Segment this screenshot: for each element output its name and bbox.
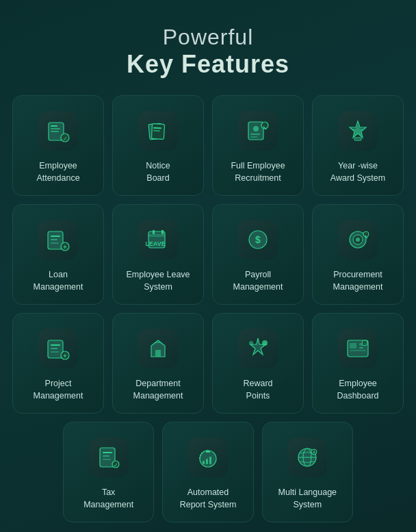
svg-point-46 <box>249 341 253 345</box>
report-icon <box>188 438 228 477</box>
header: Powerful Key Features <box>0 0 416 95</box>
payroll-icon: $ <box>238 220 278 259</box>
svg-point-45 <box>262 340 268 346</box>
feature-card-label-full-employee-recruitment: Full Employee Recruitment <box>231 160 285 184</box>
project-icon: + <box>38 329 78 368</box>
features-grid: ✓ Employee Attendance Notice Board Full … <box>0 95 416 532</box>
svg-rect-48 <box>350 343 356 349</box>
feature-card-label-project-management: Project Management <box>34 378 83 402</box>
svg-rect-63 <box>206 459 208 464</box>
feature-card-label-employee-leave-system: Employee Leave System <box>126 269 190 293</box>
svg-rect-15 <box>250 136 257 138</box>
feature-card-label-employee-attendance: Employee Attendance <box>36 160 79 184</box>
feature-card-full-employee-recruitment[interactable]: Full Employee Recruitment <box>212 95 304 196</box>
svg-point-35 <box>363 231 369 237</box>
attendance-icon: ✓ <box>38 111 78 151</box>
feature-card-multi-language-system[interactable]: A Multi Language System <box>262 422 353 522</box>
svg-rect-2 <box>51 128 60 129</box>
header-line1: Powerful <box>14 25 402 50</box>
svg-text:$: $ <box>255 234 261 245</box>
svg-rect-3 <box>51 131 59 132</box>
leave-icon: LEAVE <box>138 220 178 259</box>
feature-card-label-multi-language-system: Multi Language System <box>278 487 337 511</box>
procurement-icon <box>338 220 378 259</box>
feature-card-department-management[interactable]: Department Management <box>112 313 204 414</box>
svg-rect-1 <box>51 125 57 127</box>
feature-card-label-notice-board: Notice Board <box>146 160 170 184</box>
svg-point-11 <box>253 126 259 131</box>
svg-text:A: A <box>313 450 316 455</box>
svg-rect-39 <box>51 348 57 349</box>
svg-rect-22 <box>51 236 60 237</box>
svg-rect-55 <box>103 452 112 453</box>
feature-card-tax-management[interactable]: ✓ Tax Management <box>63 422 154 522</box>
svg-text:☆: ☆ <box>363 342 367 346</box>
svg-point-34 <box>356 238 360 242</box>
svg-rect-56 <box>103 455 109 457</box>
svg-rect-23 <box>51 239 57 240</box>
feature-card-label-loan-management: Loan Management <box>34 269 83 293</box>
feature-card-year-wise-award-system[interactable]: Year -wise Award System <box>312 95 404 196</box>
header-line2: Key Features <box>14 50 402 79</box>
recruitment-icon <box>238 111 278 151</box>
svg-rect-14 <box>250 134 260 135</box>
svg-rect-57 <box>103 459 111 460</box>
svg-rect-62 <box>203 461 205 464</box>
svg-text:+: + <box>63 244 66 251</box>
row-3: + Project Management Department Manageme… <box>12 313 404 414</box>
feature-card-label-tax-management: Tax Management <box>83 487 133 511</box>
svg-rect-51 <box>350 350 366 351</box>
language-icon: A <box>287 438 327 477</box>
feature-card-reward-points[interactable]: Reward Points <box>212 313 304 414</box>
svg-rect-43 <box>155 350 161 357</box>
notice-icon <box>138 111 178 151</box>
feature-card-notice-board[interactable]: Notice Board <box>112 95 204 196</box>
department-icon <box>138 329 178 368</box>
row-2: + Loan Management LEAVE Employee Leave S… <box>12 204 404 305</box>
svg-text:+: + <box>63 353 66 359</box>
svg-rect-64 <box>209 457 211 464</box>
svg-rect-26 <box>148 234 165 237</box>
svg-rect-38 <box>51 344 60 346</box>
svg-rect-29 <box>161 230 164 234</box>
feature-card-automated-report-system[interactable]: Automated Report System <box>162 422 253 522</box>
reward-icon <box>238 329 278 368</box>
svg-rect-40 <box>51 351 59 353</box>
feature-card-loan-management[interactable]: + Loan Management <box>12 204 104 305</box>
dashboard-icon: ☆ <box>338 329 378 368</box>
award-icon <box>338 111 378 151</box>
feature-card-label-automated-report-system: Automated Report System <box>180 487 237 511</box>
feature-card-employee-leave-system[interactable]: LEAVE Employee Leave System <box>112 204 204 305</box>
svg-text:✓: ✓ <box>63 136 68 142</box>
row-1: ✓ Employee Attendance Notice Board Full … <box>12 95 404 196</box>
svg-rect-24 <box>51 242 59 244</box>
svg-rect-18 <box>354 138 361 140</box>
svg-rect-28 <box>153 230 155 234</box>
feature-card-procurement-management[interactable]: Procurement Management <box>312 204 404 305</box>
svg-text:LEAVE: LEAVE <box>146 240 166 247</box>
feature-card-label-payroll-management: Payroll Management <box>233 269 283 293</box>
svg-marker-44 <box>250 338 265 355</box>
feature-card-label-year-wise-award-system: Year -wise Award System <box>330 160 385 184</box>
loan-icon: + <box>38 220 78 259</box>
row-bottom: ✓ Tax Management Automated Report System… <box>12 422 404 522</box>
feature-card-payroll-management[interactable]: $ Payroll Management <box>212 204 304 305</box>
svg-text:✓: ✓ <box>113 462 118 468</box>
svg-rect-50 <box>359 347 363 349</box>
feature-card-label-employee-dashboard: Employee Dashboard <box>337 378 378 402</box>
feature-card-employee-attendance[interactable]: ✓ Employee Attendance <box>12 95 104 196</box>
feature-card-label-reward-points: Reward Points <box>243 378 272 402</box>
tax-icon: ✓ <box>89 438 129 477</box>
feature-card-project-management[interactable]: + Project Management <box>12 313 104 414</box>
feature-card-label-department-management: Department Management <box>133 378 183 402</box>
feature-card-label-procurement-management: Procurement Management <box>333 269 383 293</box>
feature-card-employee-dashboard[interactable]: ☆ Employee Dashboard <box>312 313 404 414</box>
